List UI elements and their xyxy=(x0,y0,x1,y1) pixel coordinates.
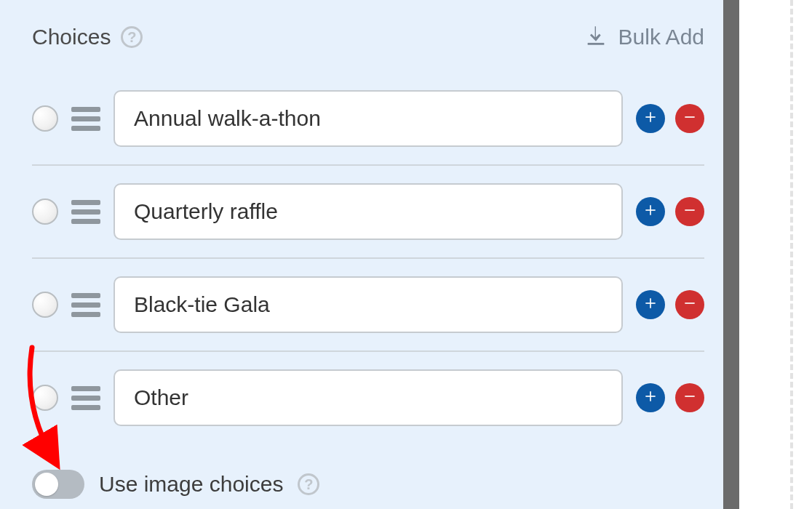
row-actions xyxy=(636,290,704,319)
remove-choice-button[interactable] xyxy=(675,383,704,412)
minus-icon xyxy=(682,389,697,406)
minus-icon xyxy=(682,296,697,313)
image-choices-label: Use image choices xyxy=(99,472,283,497)
choices-header-left: Choices ? xyxy=(32,25,143,49)
help-icon[interactable]: ? xyxy=(298,473,319,495)
choices-header: Choices ? Bulk Add xyxy=(32,23,704,51)
bulk-add-button[interactable]: Bulk Add xyxy=(584,23,704,51)
bulk-add-label: Bulk Add xyxy=(618,25,704,49)
download-icon xyxy=(584,23,608,51)
add-choice-button[interactable] xyxy=(636,383,665,412)
add-choice-button[interactable] xyxy=(636,290,665,319)
choice-input[interactable] xyxy=(114,276,623,333)
choice-input[interactable] xyxy=(114,183,623,240)
panel-scrollbar[interactable] xyxy=(723,0,739,509)
default-radio[interactable] xyxy=(32,292,58,318)
choice-row xyxy=(32,257,704,350)
drag-handle-icon[interactable] xyxy=(71,292,100,318)
choice-row xyxy=(32,73,704,164)
minus-icon xyxy=(682,110,697,127)
choice-row xyxy=(32,350,704,444)
row-actions xyxy=(636,197,704,226)
viewport: Choices ? Bulk Add xyxy=(0,0,812,509)
row-actions xyxy=(636,383,704,412)
minus-icon xyxy=(682,203,697,220)
choices-label: Choices xyxy=(32,25,111,49)
choice-input[interactable] xyxy=(114,369,623,426)
right-gutter xyxy=(739,0,812,509)
default-radio[interactable] xyxy=(32,105,58,132)
add-choice-button[interactable] xyxy=(636,197,665,226)
image-choices-row: Use image choices ? xyxy=(32,444,704,499)
plus-icon xyxy=(643,203,658,220)
choice-input[interactable] xyxy=(114,90,623,147)
default-radio[interactable] xyxy=(32,199,58,225)
choice-row xyxy=(32,164,704,257)
drag-handle-icon[interactable] xyxy=(71,105,100,132)
plus-icon xyxy=(643,389,658,406)
toggle-knob xyxy=(35,473,58,496)
default-radio[interactable] xyxy=(32,385,58,411)
dashed-edge xyxy=(790,0,793,509)
plus-icon xyxy=(643,110,658,127)
add-choice-button[interactable] xyxy=(636,104,665,133)
remove-choice-button[interactable] xyxy=(675,104,704,133)
row-actions xyxy=(636,104,704,133)
help-icon[interactable]: ? xyxy=(121,26,143,48)
remove-choice-button[interactable] xyxy=(675,197,704,226)
choices-panel: Choices ? Bulk Add xyxy=(0,0,736,509)
plus-icon xyxy=(643,296,658,313)
drag-handle-icon[interactable] xyxy=(71,385,100,412)
drag-handle-icon[interactable] xyxy=(71,199,100,225)
image-choices-toggle[interactable] xyxy=(32,470,84,499)
remove-choice-button[interactable] xyxy=(675,290,704,319)
